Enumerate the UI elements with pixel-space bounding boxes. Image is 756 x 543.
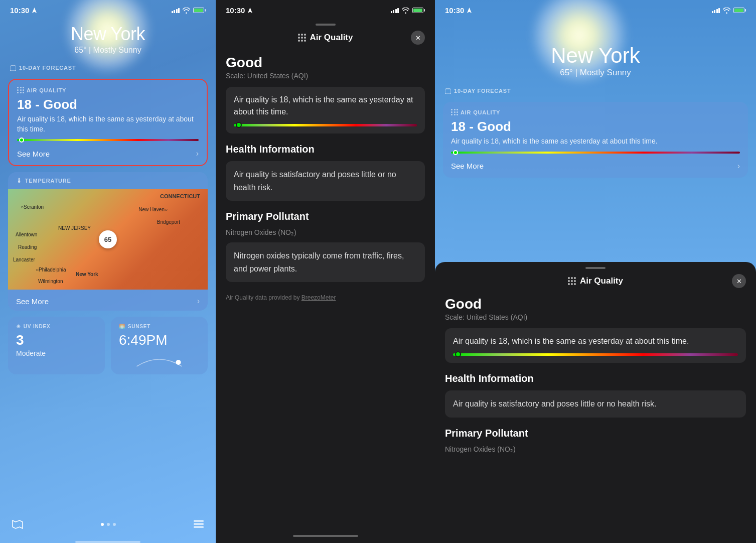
svg-rect-4 bbox=[194, 520, 204, 522]
modal-close-button[interactable]: ✕ bbox=[411, 31, 425, 45]
wilmington-label: Wilmington bbox=[38, 279, 63, 284]
sunset-arc bbox=[119, 352, 200, 367]
aqi-description: Air quality is 18, which is the same as … bbox=[17, 114, 199, 134]
newhaven-label: New Haven○ bbox=[138, 207, 168, 212]
home-indicator bbox=[75, 541, 140, 543]
panel3-pollutant-name: Nitrogen Oxides (NO₂) bbox=[445, 445, 746, 453]
panel3-modal-close-button[interactable]: ✕ bbox=[732, 274, 746, 288]
svg-point-3 bbox=[176, 360, 181, 365]
bridgeport-label: Bridgeport bbox=[157, 219, 180, 225]
status-icons bbox=[172, 8, 206, 14]
sunset-value: 6:49PM bbox=[119, 332, 200, 348]
panel3-pollutant-section-title: Primary Pollutant bbox=[445, 428, 746, 439]
modal-status-bar: 10:30 bbox=[216, 0, 435, 19]
panel3-aq-label: Air Quality bbox=[451, 109, 740, 116]
panel3-health-info-text: Air quality is satisfactory and poses li… bbox=[453, 397, 738, 411]
panel3-aqi-info-box: Air quality is 18, which is the same as … bbox=[445, 328, 746, 363]
modal-content[interactable]: Good Scale: United States (AQI) Air qual… bbox=[216, 50, 435, 531]
modal-aqi-bar bbox=[234, 124, 417, 126]
footer-text-prefix: Air Quality data provided by bbox=[226, 294, 301, 301]
panel3-quality-rating: Good bbox=[445, 296, 746, 312]
signal-icon bbox=[172, 8, 180, 13]
page-dots bbox=[101, 523, 116, 526]
panel3-quality-scale: Scale: United States (AQI) bbox=[445, 313, 746, 321]
city-temp-desc: 65° | Mostly Sunny bbox=[10, 46, 206, 55]
see-more-label: See More bbox=[17, 150, 50, 158]
health-section-title: Health Information bbox=[226, 144, 425, 155]
panel3-aqi-desc: Air quality is 18, which is the same as … bbox=[451, 137, 740, 147]
chevron-right-icon: › bbox=[196, 149, 199, 158]
newyork-map-label: New York bbox=[76, 272, 98, 277]
panel3-modal-title: Air Quality bbox=[580, 276, 623, 286]
sunset-label: 🌅 Sunset bbox=[119, 324, 200, 329]
svg-rect-6 bbox=[194, 526, 204, 528]
scrollable-content[interactable]: 10-Day Forecast Air Quality 18 - Good Ai… bbox=[0, 65, 216, 514]
panel3-modal-header: Air Quality ✕ bbox=[435, 269, 756, 291]
quality-scale: Scale: United States (AQI) bbox=[226, 72, 425, 80]
scranton-label: ○Scranton bbox=[21, 204, 44, 210]
breezometer-link[interactable]: BreezoMeter bbox=[301, 294, 336, 301]
pollutant-info-box: Nitrogen oxides typically come from traf… bbox=[226, 242, 425, 282]
svg-rect-5 bbox=[194, 523, 204, 525]
svg-rect-7 bbox=[445, 89, 451, 94]
philadelphia-label: ○Philadelphia bbox=[36, 267, 66, 273]
modal-signal-icon bbox=[391, 8, 399, 13]
panel3-modal-content[interactable]: Good Scale: United States (AQI) Air qual… bbox=[435, 291, 756, 543]
connecticut-label: CONNECTICUT bbox=[160, 193, 200, 199]
panel3-see-more[interactable]: See More › bbox=[451, 160, 740, 171]
wifi-icon bbox=[183, 8, 190, 14]
panel3-battery-icon bbox=[733, 8, 746, 13]
modal-time: 10:30 bbox=[226, 6, 245, 15]
modal-title-row: Air Quality bbox=[298, 33, 353, 43]
panel3-time: 10:30 bbox=[445, 6, 472, 15]
panel3-city-name: New York bbox=[445, 44, 746, 68]
panel3-wifi-icon bbox=[723, 8, 730, 14]
panel3-aqi-info-text: Air quality is 18, which is the same as … bbox=[453, 335, 738, 347]
modal-battery-icon bbox=[412, 8, 425, 13]
pollutant-section-title: Primary Pollutant bbox=[226, 211, 425, 222]
reading-label: Reading bbox=[18, 244, 37, 250]
calendar-icon bbox=[10, 65, 16, 71]
panel3-health-info-box: Air quality is satisfactory and poses li… bbox=[445, 390, 746, 418]
see-more-row[interactable]: See More › bbox=[17, 147, 199, 158]
map-icon[interactable] bbox=[12, 520, 23, 529]
bottom-nav bbox=[0, 514, 216, 539]
aqi-info-text: Air quality is 18, which is the same as … bbox=[234, 94, 417, 118]
dot-2 bbox=[107, 523, 110, 526]
air-quality-card[interactable]: Air Quality 18 - Good Air quality is 18,… bbox=[8, 79, 208, 166]
panel3-signal-icon bbox=[712, 8, 720, 13]
uv-index-card: ☀ UV Index 3 Moderate bbox=[8, 317, 105, 374]
temperature-map: CONNECTICUT ○Scranton New Haven○ Bridgep… bbox=[8, 189, 208, 290]
dot-1 bbox=[101, 523, 104, 526]
svg-rect-0 bbox=[10, 66, 16, 71]
list-icon[interactable] bbox=[194, 520, 204, 528]
modal-dots-icon bbox=[298, 34, 306, 42]
panel3-status-bar: 10:30 bbox=[435, 0, 756, 19]
panel3-aqi-indicator bbox=[453, 150, 458, 155]
panel3-city-header: New York 65° | Mostly Sunny bbox=[435, 19, 756, 88]
aqi-bar bbox=[17, 139, 199, 141]
pollutant-name: Nitrogen Oxides (NO₂) bbox=[226, 228, 425, 236]
panel-air-quality-modal: 10:30 bbox=[216, 0, 435, 543]
city-name: New York bbox=[10, 24, 206, 45]
aqi-info-box: Air quality is 18, which is the same as … bbox=[226, 87, 425, 133]
panel3-aq-bg-card: Air Quality 18 - Good Air quality is 18,… bbox=[443, 102, 748, 178]
panel3-modal-aqi-bar bbox=[453, 353, 738, 356]
health-info-text: Air quality is satisfactory and poses li… bbox=[234, 168, 417, 194]
battery-icon bbox=[193, 8, 206, 13]
modal-home-indicator bbox=[293, 535, 358, 537]
small-cards-row: ☀ UV Index 3 Moderate 🌅 Sunset 6:49PM bbox=[8, 317, 208, 374]
panel3-chevron-icon: › bbox=[737, 162, 740, 171]
air-quality-dots-icon bbox=[17, 87, 24, 94]
time-display: 10:30 bbox=[10, 6, 29, 15]
panel3-city-sub: 65° | Mostly Sunny bbox=[445, 68, 746, 78]
lancaster-label: Lancaster bbox=[13, 257, 35, 262]
map-see-more[interactable]: See More › bbox=[8, 290, 208, 311]
modal-aqi-indicator bbox=[236, 122, 242, 128]
panel3-modal-aqi-dot bbox=[455, 351, 461, 357]
health-info-box: Air quality is satisfactory and poses li… bbox=[226, 161, 425, 201]
panel3-aqi-bar bbox=[451, 152, 740, 154]
aqi-bar-indicator bbox=[19, 138, 24, 143]
dot-3 bbox=[113, 523, 116, 526]
panel-weather-main: 10:30 bbox=[0, 0, 216, 543]
